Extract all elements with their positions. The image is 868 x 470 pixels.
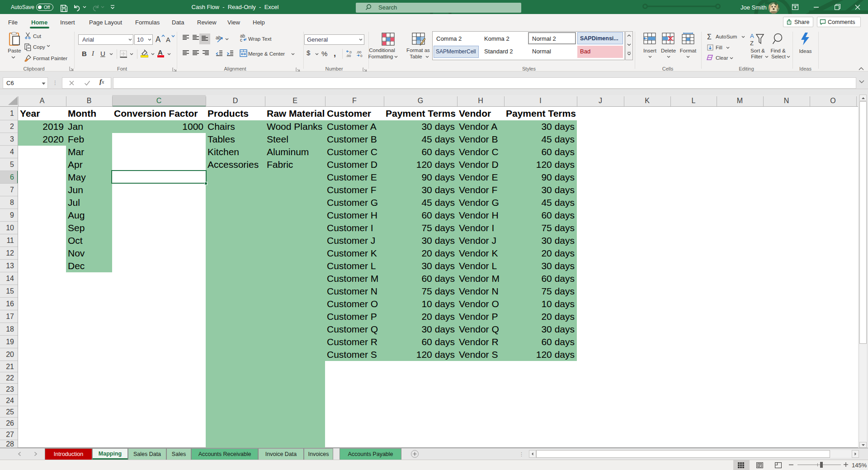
svg-text:Z: Z: [750, 40, 754, 46]
svg-text:0: 0: [360, 54, 363, 57]
svg-text:A: A: [750, 33, 754, 39]
svg-text:.00: .00: [346, 54, 351, 57]
svg-text:c: c: [240, 38, 242, 43]
